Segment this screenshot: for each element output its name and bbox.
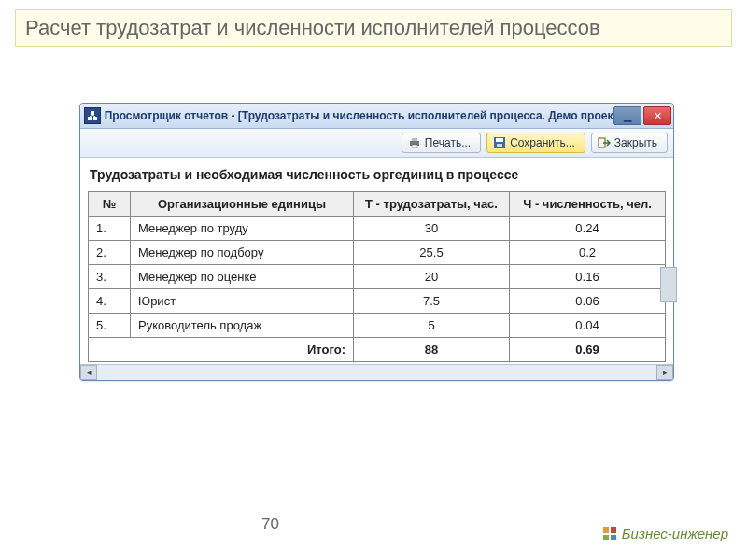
report-title: Трудозатраты и необходимая численность о…	[88, 163, 666, 191]
col-num: №	[89, 192, 131, 217]
svg-rect-2	[93, 117, 97, 120]
table-row: 1. Менеджер по труду 30 0.24	[89, 217, 666, 241]
horizontal-scrollbar[interactable]: ◂ ▸	[80, 364, 673, 380]
brand-text: Бизнес-инженер	[622, 525, 728, 541]
cell-num: 4.	[89, 289, 131, 314]
svg-rect-1	[88, 117, 92, 120]
table-row: 3. Менеджер по оценке 20 0.16	[89, 265, 666, 289]
cell-org: Менеджер по оценке	[131, 265, 354, 289]
printer-icon	[408, 136, 421, 149]
report-table: № Организационные единицы Т - трудозатра…	[88, 191, 666, 362]
close-window-button[interactable]: ✕	[643, 106, 671, 125]
report-content: Трудозатраты и необходимая численность о…	[80, 158, 673, 364]
total-label: Итого:	[89, 338, 354, 362]
cell-t: 25.5	[354, 241, 510, 265]
cell-ch: 0.24	[510, 217, 666, 241]
cell-num: 1.	[89, 217, 131, 241]
save-button[interactable]: Сохранить...	[486, 133, 585, 153]
svg-rect-0	[91, 111, 94, 115]
cell-org: Менеджер по подбору	[131, 241, 354, 265]
col-t: Т - трудозатраты, час.	[354, 192, 510, 217]
cell-num: 3.	[89, 265, 131, 289]
svg-rect-7	[412, 145, 417, 147]
save-label: Сохранить...	[510, 136, 575, 149]
scroll-left-button[interactable]: ◂	[80, 365, 97, 380]
total-t: 88	[354, 338, 510, 362]
print-label: Печать...	[425, 136, 471, 149]
close-label: Закрыть	[614, 136, 657, 149]
toolbar: Печать... Сохранить... Закрыть	[80, 129, 673, 158]
table-row: 4. Юрист 7.5 0.06	[89, 289, 666, 314]
page-number: 70	[261, 515, 279, 534]
cell-t: 7.5	[354, 289, 510, 314]
table-row: 2. Менеджер по подбору 25.5 0.2	[89, 241, 666, 265]
table-header-row: № Организационные единицы Т - трудозатра…	[89, 192, 666, 217]
exit-icon	[598, 136, 611, 149]
cell-t: 5	[354, 314, 510, 338]
svg-rect-10	[497, 144, 502, 147]
save-icon	[493, 136, 506, 149]
svg-rect-6	[412, 138, 417, 141]
svg-line-3	[90, 115, 92, 117]
cell-ch: 0.16	[510, 265, 666, 289]
cell-ch: 0.04	[510, 314, 666, 338]
report-viewer-window: Просмотрщик отчетов - [Трудозатраты и чи…	[79, 103, 674, 381]
cell-ch: 0.2	[510, 241, 666, 265]
cell-num: 5.	[89, 314, 131, 338]
cell-org: Руководитель продаж	[131, 314, 354, 338]
app-icon	[84, 107, 101, 124]
cell-t: 30	[354, 217, 510, 241]
brand-icon	[603, 527, 616, 540]
cell-ch: 0.06	[510, 289, 666, 314]
total-ch: 0.69	[510, 338, 666, 362]
close-button[interactable]: Закрыть	[591, 133, 668, 153]
window-title: Просмотрщик отчетов - [Трудозатраты и чи…	[105, 109, 613, 122]
table-row: 5. Руководитель продаж 5 0.04	[89, 314, 666, 338]
vertical-scroll-fragment[interactable]	[660, 267, 677, 302]
col-ch: Ч - численность, чел.	[510, 192, 666, 217]
cell-num: 2.	[89, 241, 131, 265]
svg-line-4	[92, 115, 95, 117]
col-org: Организационные единицы	[131, 192, 354, 217]
svg-rect-9	[496, 138, 503, 142]
table-total-row: Итого: 88 0.69	[89, 338, 666, 362]
cell-org: Менеджер по труду	[131, 217, 354, 241]
slide-title: Расчет трудозатрат и численности исполни…	[15, 9, 732, 47]
cell-org: Юрист	[131, 289, 354, 314]
minimize-button[interactable]: ▁	[613, 106, 641, 125]
print-button[interactable]: Печать...	[402, 133, 481, 153]
cell-t: 20	[354, 265, 510, 289]
footer-brand: Бизнес-инженер	[603, 525, 728, 541]
scroll-right-button[interactable]: ▸	[656, 365, 673, 380]
titlebar: Просмотрщик отчетов - [Трудозатраты и чи…	[80, 104, 673, 129]
